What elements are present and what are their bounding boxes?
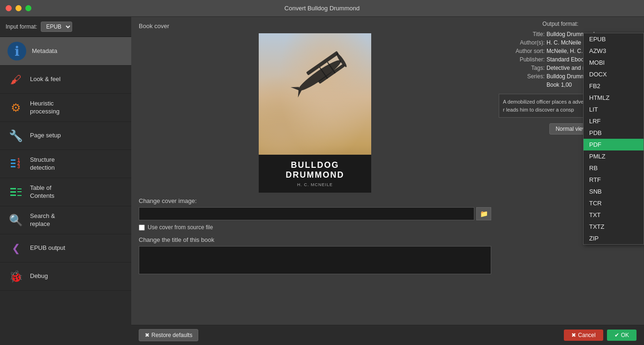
- page-setup-icon: 🔧: [7, 128, 24, 144]
- meta-author-val: H. C. McNeile: [547, 39, 581, 46]
- dropdown-item-docx[interactable]: DOCX: [584, 68, 644, 80]
- sidebar-item-debug[interactable]: 🐞 Debug: [0, 262, 131, 291]
- book-cover-image: BULLDOG DRUMMOND H. C. MCNEILE: [259, 33, 371, 193]
- cancel-button[interactable]: ✖ Cancel: [564, 330, 603, 341]
- dropdown-item-pmlz[interactable]: PMLZ: [584, 150, 644, 162]
- svg-rect-2: [11, 166, 15, 167]
- meta-author-sort-val: McNeile, H. C.: [547, 48, 583, 54]
- dropdown-item-zip[interactable]: ZIP: [584, 232, 644, 244]
- restore-label: Restore defaults: [151, 332, 192, 338]
- ok-button[interactable]: ✔ OK: [607, 330, 637, 341]
- sidebar-item-toc[interactable]: Table ofContents: [0, 178, 131, 206]
- sidebar: Input format: EPUB ℹ Metadata 🖌 Look & f…: [0, 17, 131, 345]
- structure-icon: 1 2 3: [7, 156, 24, 172]
- sidebar-label-metadata: Metadata: [32, 47, 57, 55]
- dropdown-item-fb2[interactable]: FB2: [584, 80, 644, 92]
- book-cover-section: Book cover: [131, 17, 499, 236]
- dropdown-item-azw3[interactable]: AZW3: [584, 45, 644, 57]
- meta-author-sort-key: Author sort:: [502, 48, 545, 54]
- close-button[interactable]: [6, 5, 12, 11]
- title-textarea[interactable]: [139, 246, 491, 274]
- meta-title-key: Title:: [502, 31, 545, 38]
- sidebar-item-look-feel[interactable]: 🖌 Look & feel: [0, 66, 131, 94]
- svg-rect-6: [10, 188, 16, 189]
- input-format-row: Input format: EPUB: [0, 17, 131, 37]
- sidebar-item-page-setup[interactable]: 🔧 Page setup: [0, 122, 131, 150]
- dropdown-item-htmlz[interactable]: HTMLZ: [584, 92, 644, 104]
- restore-icon: ✖: [145, 332, 150, 338]
- dropdown-item-rb[interactable]: RB: [584, 162, 644, 174]
- sidebar-label-heuristic: Heuristicprocessing: [30, 100, 60, 116]
- use-cover-label: Use cover from source file: [148, 224, 213, 231]
- output-format-dropdown[interactable]: EPUB AZW3 MOBI DOCX FB2 HTMLZ LIT LRF PD…: [583, 33, 644, 245]
- cancel-icon: ✖: [571, 332, 576, 338]
- dropdown-item-lrf[interactable]: LRF: [584, 115, 644, 127]
- right-panel: Output format: Title: Bulldog Drummond A…: [499, 17, 644, 325]
- meta-publisher-key: Publisher:: [502, 56, 545, 63]
- cover-plane-svg: [259, 38, 371, 141]
- sidebar-item-heuristic[interactable]: ⚙ Heuristicprocessing: [0, 94, 131, 122]
- sidebar-item-structure[interactable]: 1 2 3 Structuredetection: [0, 150, 131, 178]
- svg-point-12: [296, 57, 344, 94]
- cancel-label: Cancel: [578, 332, 595, 338]
- dropdown-item-lit[interactable]: LIT: [584, 104, 644, 115]
- sidebar-label-toc: Table ofContents: [30, 184, 54, 200]
- book-cover-label: Book cover: [139, 22, 491, 30]
- cover-title: BULLDOG DRUMMOND: [264, 160, 366, 180]
- cover-image-input[interactable]: [139, 207, 474, 220]
- dropdown-item-txt[interactable]: TXT: [584, 209, 644, 221]
- debug-icon: 🐞: [7, 268, 24, 285]
- meta-author-key: Author(s):: [502, 39, 545, 46]
- minimize-button[interactable]: [15, 5, 22, 11]
- top-content: Book cover: [131, 17, 644, 325]
- dropdown-item-snb[interactable]: SNB: [584, 186, 644, 197]
- sidebar-label-search-replace: Search &replace: [30, 212, 55, 228]
- sidebar-label-structure: Structuredetection: [30, 156, 55, 172]
- bottom-right-buttons: ✖ Cancel ✔ OK: [564, 330, 637, 341]
- svg-text:3: 3: [17, 164, 20, 169]
- title-section: Change the title of this book: [131, 236, 499, 279]
- sidebar-item-metadata[interactable]: ℹ Metadata: [0, 37, 131, 66]
- meta-tags-key: Tags:: [502, 65, 545, 71]
- change-title-label: Change the title of this book: [139, 236, 491, 243]
- maximize-button[interactable]: [25, 5, 31, 11]
- input-format-label: Input format:: [6, 23, 37, 30]
- meta-series-key: Series:: [502, 73, 545, 80]
- meta-book-num-val: Book 1,00: [547, 82, 572, 88]
- main-panel: Book cover: [131, 17, 499, 325]
- use-cover-checkbox[interactable]: [139, 225, 145, 231]
- sidebar-item-epub-output[interactable]: ❮ EPUB output: [0, 234, 131, 262]
- window-controls: [6, 5, 31, 11]
- input-format-select[interactable]: EPUB: [41, 22, 72, 32]
- ok-icon: ✔: [614, 332, 619, 338]
- output-format-label: Output format:: [542, 21, 578, 27]
- svg-rect-0: [11, 159, 15, 161]
- dropdown-item-pdf[interactable]: PDF: [584, 139, 644, 150]
- svg-rect-7: [10, 191, 16, 193]
- heuristic-icon: ⚙: [7, 99, 24, 116]
- restore-defaults-button[interactable]: ✖ Restore defaults: [139, 329, 198, 341]
- title-bar: Convert Bulldog Drummond: [0, 0, 644, 17]
- cover-browse-button[interactable]: 📁: [476, 207, 491, 220]
- main-area: Book cover: [131, 17, 644, 345]
- sidebar-label-debug: Debug: [30, 272, 48, 280]
- cover-bottom: BULLDOG DRUMMOND H. C. MCNEILE: [259, 155, 371, 193]
- use-cover-row: Use cover from source file: [139, 224, 491, 231]
- sidebar-label-page-setup: Page setup: [30, 132, 61, 140]
- dropdown-item-tcr[interactable]: TCR: [584, 197, 644, 209]
- sidebar-label-epub-output: EPUB output: [30, 244, 65, 252]
- dropdown-item-mobi[interactable]: MOBI: [584, 57, 644, 68]
- toc-icon: [7, 184, 24, 201]
- svg-rect-1: [11, 163, 15, 164]
- dropdown-item-txtz[interactable]: TXTZ: [584, 221, 644, 232]
- svg-rect-8: [10, 195, 16, 196]
- dropdown-item-rtf[interactable]: RTF: [584, 174, 644, 186]
- search-icon: 🔍: [7, 212, 24, 229]
- sidebar-items: ℹ Metadata 🖌 Look & feel ⚙ Heuristicproc…: [0, 37, 131, 345]
- dropdown-item-pdb[interactable]: PDB: [584, 127, 644, 139]
- dropdown-item-epub[interactable]: EPUB: [584, 33, 644, 45]
- epub-output-icon: ❮: [7, 240, 24, 257]
- window-title: Convert Bulldog Drummond: [285, 5, 359, 12]
- sidebar-item-search-replace[interactable]: 🔍 Search &replace: [0, 206, 131, 234]
- bottom-bar: ✖ Restore defaults ✖ Cancel ✔ OK: [131, 325, 644, 345]
